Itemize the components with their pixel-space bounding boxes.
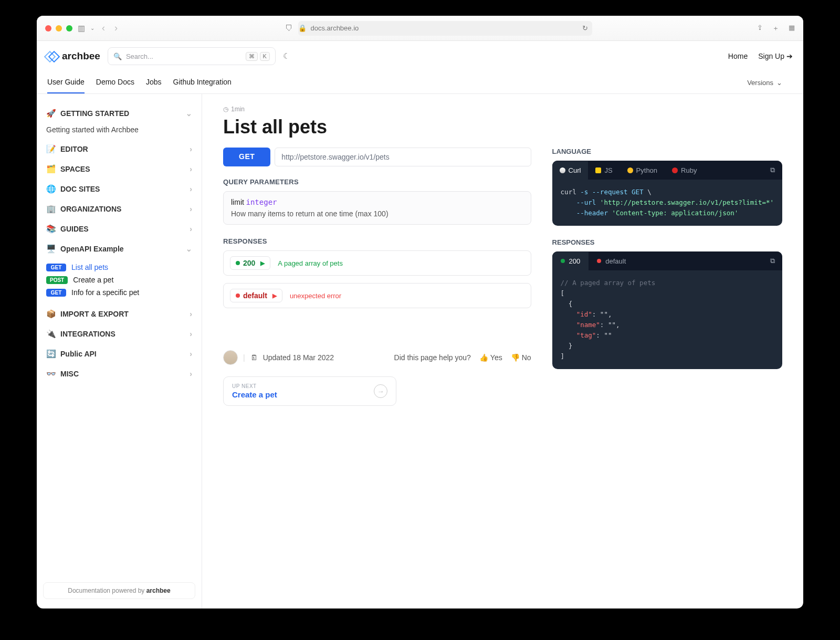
page-title: List all pets: [223, 116, 782, 138]
sidebar-section-doc-sites[interactable]: 🌐DOC SITES›: [43, 179, 195, 199]
copy-code-icon[interactable]: ⧉: [763, 161, 782, 180]
updated-text: Updated 18 Mar 2022: [263, 353, 334, 362]
feedback-yes[interactable]: 👍Yes: [479, 353, 502, 362]
param-type: integer: [246, 198, 277, 206]
thumbs-down-icon: 👎: [511, 353, 520, 362]
code-block[interactable]: curl -s --request GET \ --url 'http://pe…: [552, 180, 782, 226]
method-badge: GET: [223, 148, 270, 166]
url-text: docs.archbee.io: [311, 24, 359, 32]
url-bar[interactable]: 🔒 docs.archbee.io ↻: [298, 21, 592, 36]
clock-icon: ◷: [223, 106, 228, 113]
query-param-limit: limit integer How many items to return a…: [223, 191, 531, 225]
resp-tab-default[interactable]: default: [589, 252, 634, 270]
responses-header: RESPONSES: [223, 237, 531, 245]
sidebar-footer[interactable]: Documentation powered by archbee: [43, 582, 195, 599]
lang-tab-curl[interactable]: Curl: [552, 161, 589, 180]
dropdown-icon[interactable]: ⌄: [90, 25, 94, 31]
new-tab-icon[interactable]: ＋: [772, 24, 779, 33]
sidebar-toggle-icon[interactable]: ▥: [78, 24, 85, 33]
theme-toggle-icon[interactable]: ☾: [283, 51, 290, 61]
author-avatar[interactable]: [223, 350, 238, 365]
tab-user-guide[interactable]: User Guide: [47, 78, 85, 93]
sidebar-api-create-a-pet[interactable]: POST Create a pet: [43, 274, 195, 286]
lang-tab-ruby[interactable]: Ruby: [665, 161, 704, 180]
sidebar-section-guides[interactable]: 📚GUIDES›: [43, 219, 195, 239]
sidebar-section-organizations[interactable]: 🏢ORGANIZATIONS›: [43, 199, 195, 219]
archbee-logo-icon: [47, 50, 59, 62]
sidebar-section-openapi[interactable]: 🖥️OpenAPI Example⌄: [43, 239, 195, 259]
share-icon[interactable]: ⇪: [757, 24, 763, 33]
tab-jobs[interactable]: Jobs: [146, 78, 162, 93]
nav-signup[interactable]: Sign Up ➔: [758, 52, 793, 60]
close-window-icon[interactable]: [45, 25, 51, 32]
page-footer: | 🗓 Updated 18 Mar 2022 Did this page he…: [223, 329, 531, 365]
traffic-lights: [45, 25, 72, 32]
copy-response-icon[interactable]: ⧉: [763, 251, 782, 270]
sidebar: 🚀 GETTING STARTED ⌄ Getting started with…: [37, 94, 202, 608]
sidebar-section-getting-started[interactable]: 🚀 GETTING STARTED ⌄: [43, 103, 195, 123]
sidebar-section-integrations[interactable]: 🔌INTEGRATIONS›: [43, 324, 195, 344]
reload-icon[interactable]: ↻: [582, 24, 588, 32]
resp-tab-200[interactable]: 200: [552, 252, 589, 270]
calendar-icon: 🗓: [250, 353, 258, 362]
versions-dropdown[interactable]: Versions ⌄: [747, 79, 782, 93]
brand-logo[interactable]: archbee: [47, 50, 100, 62]
sidebar-api-list-all-pets[interactable]: GET List all pets: [43, 261, 195, 274]
sidebar-section-editor[interactable]: 📝EDITOR›: [43, 139, 195, 159]
sidebar-section-misc[interactable]: 👓MISC›: [43, 364, 195, 384]
search-placeholder: Search...: [126, 53, 153, 60]
up-next-card[interactable]: UP NEXT Create a pet →: [223, 376, 396, 406]
sidebar-item-getting-started[interactable]: Getting started with Archbee: [43, 123, 195, 139]
kbd-cmd: ⌘: [246, 52, 258, 61]
app-header: archbee 🔍 Search... ⌘ K ☾ Home Sign Up ➔…: [37, 41, 803, 94]
lang-tab-js[interactable]: JS: [588, 161, 620, 180]
chevron-down-icon: ⌄: [776, 79, 782, 87]
browser-window: ▥ ⌄ ‹ › ⛉ 🔒 docs.archbee.io ↻ ⇪ ＋ ▦ arch…: [37, 16, 803, 608]
sidebar-section-import-export[interactable]: 📦IMPORT & EXPORT›: [43, 304, 195, 324]
titlebar: ▥ ⌄ ‹ › ⛉ 🔒 docs.archbee.io ↻ ⇪ ＋ ▦: [37, 16, 803, 41]
rocket-icon: 🚀: [46, 109, 56, 118]
tab-github-integration[interactable]: Github Integration: [173, 78, 232, 93]
brand-name: archbee: [62, 50, 100, 62]
nav-back-icon[interactable]: ‹: [100, 23, 107, 34]
response-body-panel: 200 default ⧉ // A paged array of pets […: [552, 251, 782, 369]
endpoint-url[interactable]: http://petstore.swagger.io/v1/pets: [275, 148, 531, 166]
param-name: limit: [231, 198, 244, 206]
lock-icon: 🔒: [298, 24, 307, 32]
nav-home[interactable]: Home: [728, 52, 748, 60]
shield-icon[interactable]: ⛉: [285, 24, 293, 33]
sidebar-section-spaces[interactable]: 🗂️SPACES›: [43, 159, 195, 179]
response-body[interactable]: // A paged array of pets [ { "id": "", "…: [552, 270, 782, 369]
kbd-k: K: [260, 52, 270, 61]
primary-tabs: User Guide Demo Docs Jobs Github Integra…: [47, 78, 232, 93]
sidebar-api-info-for-pet[interactable]: GET Info for a specific pet: [43, 286, 195, 299]
tab-demo-docs[interactable]: Demo Docs: [96, 78, 134, 93]
tabs-grid-icon[interactable]: ▦: [789, 24, 795, 33]
search-input[interactable]: 🔍 Search... ⌘ K: [108, 47, 276, 65]
thumbs-up-icon: 👍: [479, 353, 488, 362]
nav-forward-icon[interactable]: ›: [112, 23, 120, 34]
main-content: ◷ 1min List all pets GET http://petstore…: [202, 94, 803, 608]
query-params-header: QUERY PARAMETERS: [223, 178, 531, 186]
code-example-panel: Curl JS Python Ruby ⧉ curl -s --request …: [552, 161, 782, 226]
up-next-title: Create a pet: [232, 390, 277, 399]
lang-tab-python[interactable]: Python: [620, 161, 665, 180]
arrow-right-circle-icon: →: [374, 384, 387, 398]
feedback-no[interactable]: 👎No: [511, 353, 531, 362]
response-200[interactable]: 200▶ A paged array of pets: [223, 250, 531, 276]
sidebar-section-public-api[interactable]: 🔄Public API›: [43, 344, 195, 364]
read-time: ◷ 1min: [223, 106, 782, 113]
page-help-text: Did this page help you?: [394, 353, 471, 362]
search-icon: 🔍: [113, 53, 122, 60]
param-desc: How many items to return at one time (ma…: [231, 209, 523, 218]
chevron-down-icon: ⌄: [186, 109, 192, 118]
minimize-window-icon[interactable]: [56, 25, 62, 32]
up-next-label: UP NEXT: [232, 383, 277, 389]
language-header: LANGUAGE: [552, 148, 782, 155]
responses-panel-header: RESPONSES: [552, 238, 782, 246]
arrow-right-icon: ➔: [786, 52, 793, 60]
response-default[interactable]: default▶ unexpected error: [223, 283, 531, 308]
maximize-window-icon[interactable]: [66, 25, 72, 32]
